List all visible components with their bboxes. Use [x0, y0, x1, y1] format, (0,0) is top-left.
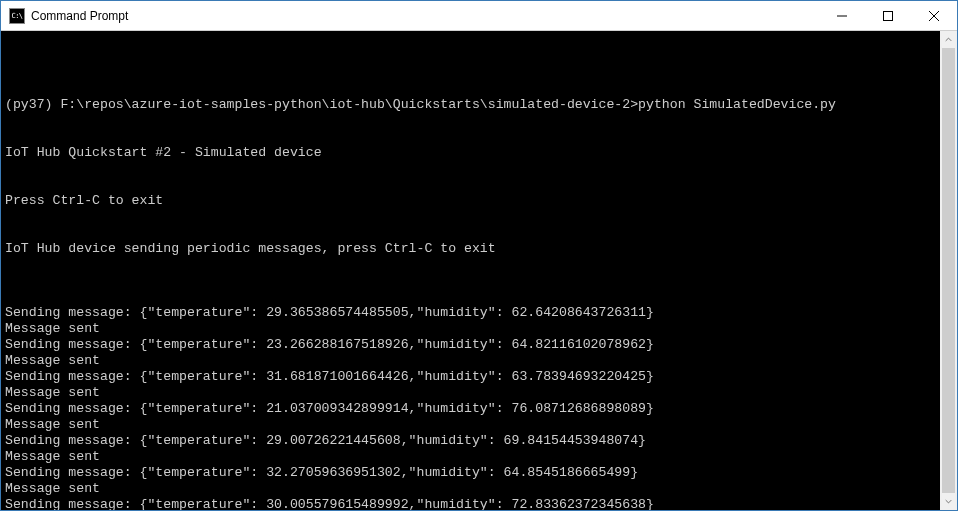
message-sent-line: Message sent: [5, 321, 936, 337]
message-sent-line: Message sent: [5, 417, 936, 433]
maximize-button[interactable]: [865, 1, 911, 31]
message-sent-line: Message sent: [5, 353, 936, 369]
message-sent-line: Message sent: [5, 385, 936, 401]
scroll-down-button[interactable]: [940, 493, 957, 510]
app-icon-text: C:\: [11, 12, 22, 20]
maximize-icon: [883, 11, 893, 21]
message-sent-line: Message sent: [5, 481, 936, 497]
prompt-line: (py37) F:\repos\azure-iot-samples-python…: [5, 97, 936, 113]
sending-message-line: Sending message: {"temperature": 31.6818…: [5, 369, 936, 385]
close-icon: [929, 11, 939, 21]
vertical-scrollbar[interactable]: [940, 31, 957, 510]
sending-message-line: Sending message: {"temperature": 21.0370…: [5, 401, 936, 417]
terminal-line: IoT Hub Quickstart #2 - Simulated device: [5, 145, 936, 161]
sending-message-line: Sending message: {"temperature": 23.2662…: [5, 337, 936, 353]
chevron-up-icon: [945, 36, 952, 43]
minimize-icon: [837, 11, 847, 21]
command-prompt-window: C:\ Command Prompt (py37) F:\repos\azure…: [0, 0, 958, 511]
terminal-output[interactable]: (py37) F:\repos\azure-iot-samples-python…: [1, 31, 940, 510]
svg-rect-0: [884, 11, 893, 20]
scroll-track[interactable]: [940, 48, 957, 493]
scroll-up-button[interactable]: [940, 31, 957, 48]
chevron-down-icon: [945, 498, 952, 505]
sending-message-line: Sending message: {"temperature": 29.3653…: [5, 305, 936, 321]
sending-message-line: Sending message: {"temperature": 32.2705…: [5, 465, 936, 481]
minimize-button[interactable]: [819, 1, 865, 31]
terminal-line: IoT Hub device sending periodic messages…: [5, 241, 936, 257]
titlebar[interactable]: C:\ Command Prompt: [1, 1, 957, 31]
client-area: (py37) F:\repos\azure-iot-samples-python…: [1, 31, 957, 510]
scroll-thumb[interactable]: [942, 48, 955, 493]
window-title: Command Prompt: [31, 9, 128, 23]
sending-message-line: Sending message: {"temperature": 29.0072…: [5, 433, 936, 449]
sending-message-line: Sending message: {"temperature": 30.0055…: [5, 497, 936, 510]
app-icon: C:\: [9, 8, 25, 24]
close-button[interactable]: [911, 1, 957, 31]
terminal-line: Press Ctrl-C to exit: [5, 193, 936, 209]
message-sent-line: Message sent: [5, 449, 936, 465]
